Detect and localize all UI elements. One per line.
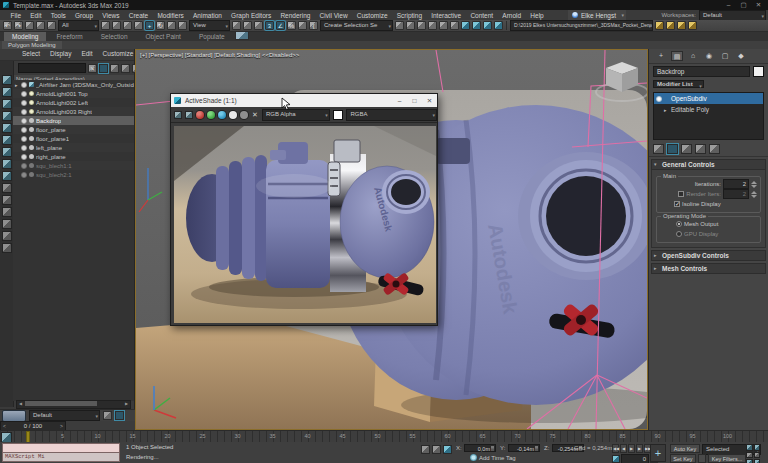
- polygon-modeling-tab[interactable]: Polygon Modeling: [2, 41, 62, 49]
- window-crossing-icon[interactable]: [134, 21, 143, 30]
- sort-alphabetical-icon[interactable]: [2, 75, 12, 85]
- collapsed-rollout[interactable]: OpenSubdiv Controls: [651, 250, 766, 261]
- selection-filter-dropdown[interactable]: All: [58, 20, 99, 31]
- scene-explorer-row[interactable]: floor_plane1: [13, 134, 134, 143]
- green-channel-icon[interactable]: [207, 111, 215, 119]
- rendered-frame-window-icon[interactable]: [483, 21, 492, 30]
- minimize-button[interactable]: –: [721, 0, 736, 10]
- visibility-eye-icon[interactable]: [21, 82, 27, 88]
- clear-icon[interactable]: ✕: [251, 111, 259, 119]
- visibility-eye-icon[interactable]: [21, 100, 27, 106]
- menu-item[interactable]: Tools: [46, 12, 70, 19]
- visibility-eye-icon[interactable]: [21, 163, 27, 169]
- isolate-selection-toggle-icon[interactable]: [421, 445, 430, 454]
- zoom-all-icon[interactable]: [754, 444, 761, 451]
- sync-to-explorer-icon[interactable]: [2, 231, 12, 241]
- expand-arrow-icon[interactable]: ▸: [15, 82, 21, 88]
- scene-explorer-row[interactable]: left_plane: [13, 143, 134, 152]
- visibility-eye-icon[interactable]: [21, 136, 27, 142]
- maximize-button[interactable]: □: [407, 94, 422, 107]
- named-selection-sets-dropdown[interactable]: Create Selection Se: [320, 20, 393, 31]
- render-iters-checkbox[interactable]: [678, 191, 684, 197]
- render-setup-icon[interactable]: [472, 21, 481, 30]
- modifier-list-dropdown[interactable]: Modifier List: [653, 80, 704, 88]
- percent-snap-icon[interactable]: %: [287, 21, 296, 30]
- display-groups-icon[interactable]: [2, 159, 12, 169]
- gpu-display-radio[interactable]: [676, 231, 682, 237]
- zoom-region-icon[interactable]: [754, 452, 761, 459]
- activeshade-window[interactable]: ActiveShade (1:1) –□✕ ✕ RGB Alpha RGBA: [170, 93, 438, 326]
- layer-explorer-icon[interactable]: [417, 21, 426, 30]
- render-iters-spinner[interactable]: [751, 191, 757, 198]
- menu-item[interactable]: Group: [70, 12, 97, 19]
- menu-item[interactable]: Arnold: [498, 12, 526, 19]
- curve-editor-icon[interactable]: [439, 21, 448, 30]
- use-pivot-point-center-icon[interactable]: [232, 21, 241, 30]
- motion-tab[interactable]: ◉: [703, 51, 715, 61]
- key-mode-toggle-icon[interactable]: [612, 455, 620, 463]
- scene-explorer-row[interactable]: ▸ _Airfilter Jam (3DSMax_Only_Outside): [13, 80, 134, 89]
- display-geometry-icon[interactable]: [2, 87, 12, 97]
- select-and-place-icon[interactable]: [178, 21, 187, 30]
- display-bones-icon[interactable]: [2, 195, 12, 205]
- visibility-eye-icon[interactable]: [21, 118, 27, 124]
- display-xrefs-icon[interactable]: [2, 171, 12, 181]
- clone-rendered-frame-icon[interactable]: [185, 111, 193, 119]
- ribbon-tab[interactable]: Modeling: [4, 32, 46, 41]
- create-tab[interactable]: +: [655, 51, 667, 61]
- display-tab[interactable]: ▢: [719, 51, 731, 61]
- menu-item[interactable]: Animation: [188, 12, 226, 19]
- open-recent-icon[interactable]: [666, 21, 675, 30]
- current-frame-field[interactable]: 0: [621, 454, 649, 463]
- menu-item[interactable]: Interactive: [427, 12, 466, 19]
- render-production-icon[interactable]: [494, 21, 503, 30]
- previous-frame-arrow[interactable]: <: [3, 423, 6, 429]
- object-color-swatch[interactable]: [753, 66, 764, 77]
- next-frame-icon[interactable]: ▶: [636, 444, 643, 453]
- add-time-tag[interactable]: Add Time Tag: [470, 454, 516, 461]
- explorer-menu-item[interactable]: Select: [18, 50, 44, 60]
- ribbon-tab[interactable]: Populate: [191, 32, 233, 41]
- explorer-preset-dropdown[interactable]: Default: [29, 410, 100, 421]
- snaps-toggle-icon[interactable]: 3: [265, 21, 274, 30]
- unlink-selection-icon[interactable]: [36, 21, 45, 30]
- search-input[interactable]: [18, 63, 86, 73]
- undo-icon[interactable]: ↶: [3, 21, 12, 30]
- render-iters-field[interactable]: 2: [723, 189, 749, 199]
- pick-object-icon[interactable]: [103, 411, 112, 420]
- menu-item[interactable]: Graph Editors: [226, 12, 275, 19]
- display-mode-dropdown[interactable]: RGBA: [346, 109, 437, 121]
- explorer-preset-icon[interactable]: [2, 410, 26, 422]
- scrollbar-thumb[interactable]: [25, 401, 97, 406]
- ribbon-config-icon[interactable]: [235, 31, 249, 40]
- menu-item[interactable]: Help: [526, 12, 549, 19]
- select-and-scale-icon[interactable]: [167, 21, 176, 30]
- visibility-eye-icon[interactable]: [21, 127, 27, 133]
- absolute-mode-transform-icon[interactable]: [443, 445, 452, 454]
- material-editor-icon[interactable]: [461, 21, 470, 30]
- next-frame-arrow[interactable]: >: [60, 423, 63, 429]
- keyboard-shortcut-override-icon[interactable]: [254, 21, 263, 30]
- visibility-eye-icon[interactable]: [21, 145, 27, 151]
- close-button[interactable]: ✕: [751, 0, 766, 10]
- ribbon-tab[interactable]: Object Paint: [138, 32, 189, 41]
- display-lights-icon[interactable]: [2, 111, 12, 121]
- channel-mode-dropdown[interactable]: RGB Alpha: [262, 109, 330, 121]
- collapsed-rollout[interactable]: Mesh Controls: [651, 263, 766, 274]
- menu-item[interactable]: Edit: [26, 12, 46, 19]
- ribbon-tab[interactable]: Freeform: [48, 32, 90, 41]
- maxscript-listener-label[interactable]: MAXScript Mi: [2, 453, 120, 462]
- go-to-start-icon[interactable]: ◀◀: [612, 444, 619, 453]
- modifier-stack-row[interactable]: OpenSubdiv: [654, 93, 763, 104]
- select-and-rotate-icon[interactable]: ↻: [156, 21, 165, 30]
- activeshade-title-bar[interactable]: ActiveShade (1:1) –□✕: [171, 94, 437, 107]
- save-scene-icon[interactable]: [677, 21, 686, 30]
- selection-lock-toggle-icon[interactable]: [432, 445, 441, 454]
- import-asset-icon[interactable]: [688, 21, 697, 30]
- bind-to-space-warp-icon[interactable]: [47, 21, 56, 30]
- modify-tab[interactable]: ▤: [671, 51, 683, 61]
- scene-explorer-row[interactable]: squ_blech1:1: [13, 161, 134, 170]
- workspace-dropdown[interactable]: Default: [699, 10, 766, 21]
- visibility-eye-icon[interactable]: [21, 109, 27, 115]
- user-account-menu[interactable]: Elke Hengst: [568, 10, 626, 20]
